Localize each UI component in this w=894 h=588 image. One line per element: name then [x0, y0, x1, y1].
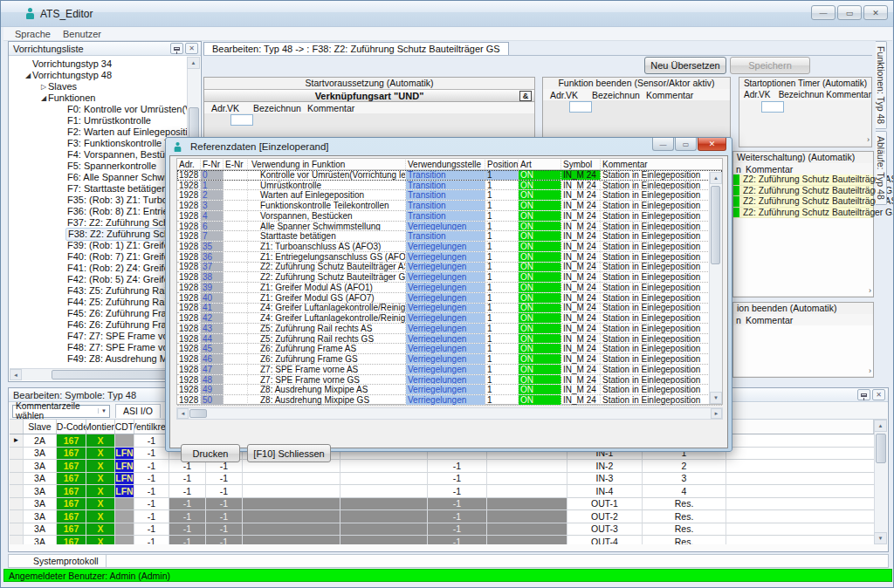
reference-row[interactable]: 1928 2 Warten auf Einlegeposition Transi… [177, 190, 722, 201]
reference-row[interactable]: 1928 39 Z1: Greifer Modul AS (AFO1) Verr… [177, 283, 722, 293]
scroll-down-icon[interactable]: ▼ [710, 392, 722, 404]
tree-item[interactable]: F40: (Rob: 7) Z1: Greifer Modul GS [10, 251, 187, 263]
scroll-up-icon[interactable]: ▲ [710, 172, 722, 184]
tree-expander-icon[interactable]: ◢ [24, 70, 32, 81]
tree-item[interactable]: F1: Umrüstkontrolle [10, 115, 187, 126]
reference-row[interactable]: 1928 38 Z2: Zuführung Schutz Bauteilträg… [177, 272, 722, 283]
save-button[interactable]: Speichern [730, 57, 810, 74]
tree-item[interactable]: F35: (Rob: 3) Z1: Turboanschluss AS [10, 195, 187, 206]
reference-row[interactable]: 1928 36 Z1: Entriegelungsanschluss GS (A… [177, 252, 722, 263]
table-row[interactable]: 3A 167 X -1 -1 -1 -1 OUT-2 Res. [10, 510, 874, 523]
reference-row[interactable]: 1928 7 Starttaste betätigen Transition 1… [177, 231, 722, 242]
tree-item[interactable]: F38: Z2: Zuführung Schutz Bauteilträ [10, 229, 187, 240]
table-row[interactable]: 3A 167 X -1 -1 -1 -1 OUT-4 Res. [10, 536, 874, 544]
tree-item[interactable]: F36: (Rob: 8) Z1: Entriegelungsansch [10, 206, 187, 217]
tree-item[interactable]: F0: Kontrolle vor Umrüsten(Vorrichtung [10, 104, 187, 115]
scroll-up-icon[interactable]: ▲ [187, 57, 200, 69]
tree-item[interactable]: F43: Z5: Zuführung Rail rechts AS [10, 285, 187, 297]
advance-row[interactable]: Z2: Zuführung Schutz Bauteilträger GS [733, 208, 873, 219]
side-tab[interactable]: Abläufe: Typ 48 [876, 131, 887, 205]
advance-row[interactable]: Z2: Zuführung Schutz Bauteilträger AS [733, 174, 873, 186]
scroll-up-icon[interactable]: ▲ [874, 420, 887, 432]
tab-systemprotokoll[interactable]: Systemprotokoll [9, 555, 107, 567]
reference-row[interactable]: 1928 50 Z8: Ausdrehung Mixpipe GS Verrie… [177, 395, 722, 406]
tree-item[interactable]: F46: Z6: Zuführung Frame GS [10, 319, 187, 331]
advance-row[interactable]: Z2: Zuführung Schutz Bauteilträger AS [733, 196, 873, 208]
table-row[interactable]: 3A 167 X LFN -1 -1 -1 -1 IN-4 4 [10, 485, 874, 498]
dialog-minimize-button[interactable]: — [652, 138, 674, 151]
dialog-title-bar[interactable]: Referenzdaten [Einzeloperand] [169, 138, 728, 155]
tree-item[interactable]: F5: Spannerkontrolle [10, 161, 187, 172]
tree-item[interactable]: ◢ Funktionen [10, 92, 187, 104]
tree-expander-icon[interactable]: ▷ [39, 81, 48, 92]
f10-close-button[interactable]: [F10] Schliessen [247, 444, 331, 462]
scroll-more-icon[interactable]: › [869, 366, 871, 375]
tree-item[interactable]: F48: Z7: SPE Frame vorne GS [10, 342, 187, 353]
scroll-more-icon[interactable]: › [869, 286, 871, 295]
tree-item[interactable]: F45: Z6: Zuführung Frame AS [10, 308, 187, 319]
vk-input[interactable] [569, 101, 592, 113]
tree-item[interactable]: F44: Z5: Zuführung Rail rechts GS [10, 297, 187, 308]
tree-item[interactable]: F41: (Rob: 2) Z4: Greifer Luftanlage [10, 263, 187, 274]
table-row[interactable]: 3A 167 X LFN -1 -1 -1 -1 IN-3 3 [10, 473, 874, 486]
advance-row[interactable]: Z2: Zuführung Schutz Bauteilträger GS [733, 186, 873, 197]
and-operator-button[interactable]: & [519, 91, 532, 101]
reference-row[interactable]: 1928 3 Funktionskontrolle Teilekontrolle… [177, 201, 722, 211]
pin-icon[interactable] [857, 389, 870, 400]
tree-item[interactable]: F4: Vorspannen, Bestücken [10, 149, 187, 161]
edit-tab[interactable]: Bearbeiten: Typ 48 -> : F38: Z2: Zuführu… [203, 42, 509, 56]
minimize-button[interactable]: — [811, 5, 836, 20]
close-icon[interactable]: ✕ [185, 43, 198, 54]
dialog-close-button[interactable]: ✕ [698, 138, 726, 151]
tree-item[interactable]: F42: (Rob: 5) Z4: Greifer Luftanlage [10, 274, 187, 285]
reference-row[interactable]: 1928 37 Z2: Zuführung Schutz Bauteilträg… [177, 263, 722, 273]
tree-expander-icon[interactable]: ◢ [39, 92, 48, 104]
tree-item[interactable]: F47: Z7: SPE Frame vorne AS [10, 331, 187, 342]
scroll-more-icon[interactable]: › [867, 135, 870, 144]
reference-row[interactable]: 1928 46 Z6: Zuführung Frame GS Verriegel… [177, 354, 722, 365]
comment-line-dropdown[interactable]: Kommentarzeile wählen ▼ [12, 405, 110, 418]
retranslate-button[interactable]: Neu Übersetzen [644, 57, 726, 74]
menu-item[interactable]: Benutzer [63, 29, 101, 39]
reference-row[interactable]: 1928 0 Kontrolle vor Umrüsten(Vorrichtun… [177, 170, 722, 181]
reference-row[interactable]: 1928 49 Z8: Ausdrehung Mixpipe AS Verrie… [177, 385, 722, 395]
table-row[interactable]: 3A 167 X -1 -1 -1 -1 OUT-3 Res. [10, 523, 874, 537]
dialog-vertical-scrollbar[interactable]: ▲ ▼ [709, 172, 722, 404]
reference-row[interactable]: 1928 41 Z4: Greifer Luftanlagekontrolle/… [177, 304, 722, 314]
reference-row[interactable]: 1928 4 Vorspannen, Bestücken Transition … [177, 211, 722, 222]
vk-input[interactable] [761, 101, 784, 113]
reference-row[interactable]: 1928 47 Z7: SPE Frame vorne AS Verriegel… [177, 365, 722, 375]
close-button[interactable]: ✕ [863, 5, 888, 20]
reference-row[interactable]: 1928 35 Z1: Turboanschluss AS (AFO3) Ver… [177, 242, 722, 252]
menu-item[interactable]: Sprache [15, 29, 51, 39]
reference-row[interactable]: 1928 45 Z6: Zuführung Frame AS Verriegel… [177, 344, 722, 354]
pin-icon[interactable] [170, 43, 183, 54]
tree-item[interactable]: F39: (Rob: 1) Z1: Greifer Modul AS [10, 240, 187, 251]
dialog-maximize-button[interactable]: ▭ [675, 138, 697, 151]
table-vertical-scrollbar[interactable]: ▲ ▼ [874, 420, 887, 544]
close-icon[interactable]: ✕ [872, 389, 885, 400]
maximize-button[interactable]: ▭ [837, 5, 862, 20]
tree-item[interactable]: F6: Alle Spanner Schwimmstellung [10, 172, 187, 183]
tree-item[interactable]: ◢ Vorrichtungstyp 48 [10, 70, 187, 81]
scroll-down-icon[interactable]: ▼ [874, 532, 887, 544]
tree-item[interactable]: Vorrichtungstyp 34 [10, 58, 187, 70]
scroll-left-icon[interactable]: ◄ [177, 408, 189, 419]
reference-row[interactable]: 1928 40 Z1: Greifer Modul GS (AFO7) Verr… [177, 293, 722, 304]
tree-item[interactable]: F7: Starttaste betätigen [10, 183, 187, 195]
vk-input[interactable] [230, 114, 253, 126]
reference-row[interactable]: 1928 48 Z7: SPE Frame vorne GS Verriegel… [177, 375, 722, 386]
reference-row[interactable]: 1928 43 Z5: Zuführung Rail rechts AS Ver… [177, 324, 722, 334]
tree-item[interactable]: ▷ Slaves [10, 81, 187, 92]
dialog-horizontal-scrollbar[interactable]: ◄ ► [176, 407, 723, 420]
tree-item[interactable]: F49: Z8: Ausdrehung Mixpipe AS [10, 353, 187, 365]
tree-item[interactable]: F2: Warten auf Einlegeposition [10, 126, 187, 138]
table-row[interactable]: 3A 167 X LFN -1 -1 -1 -1 IN-2 2 [10, 460, 874, 473]
reference-row[interactable]: 1928 6 Alle Spanner Schwimmstellung Verr… [177, 222, 722, 232]
tab-asi-io[interactable]: ASI I/O [115, 404, 161, 418]
table-row[interactable]: 3A 167 X -1 -1 -1 -1 OUT-1 Res. [10, 498, 874, 511]
side-tab[interactable]: Funktionen: Typ 48 [876, 41, 887, 129]
tree-horizontal-scrollbar[interactable]: ◄ ► [10, 368, 187, 380]
reference-row[interactable]: 1928 44 Z5: Zuführung Rail rechts GS Ver… [177, 334, 722, 345]
print-button[interactable]: Drucken [181, 444, 240, 462]
